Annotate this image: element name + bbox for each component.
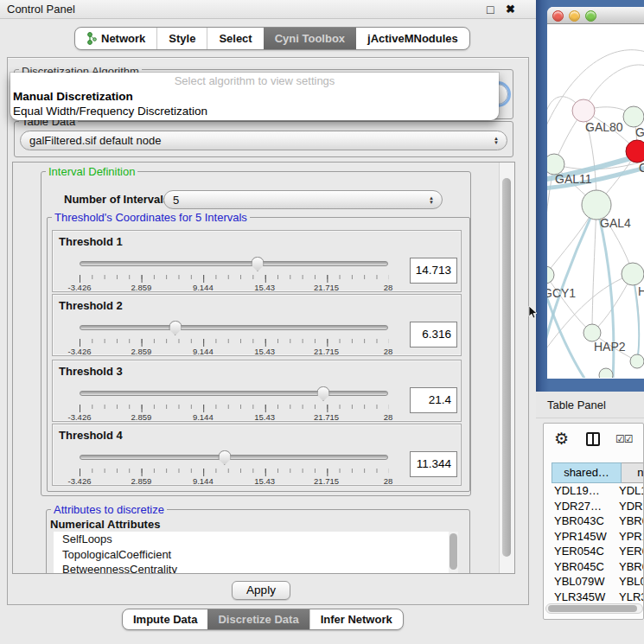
network-canvas[interactable]: GAL80GACGAL11GAL4GCY1HHAP2 — [547, 24, 644, 378]
close-traffic-light-icon[interactable] — [552, 10, 564, 22]
threshold-3-label: Threshold 3 — [59, 365, 123, 378]
table-row[interactable]: YBL079WYBL0 — [552, 574, 644, 590]
table-row[interactable]: YDL19…YDL1 — [552, 483, 644, 499]
threshold-2-panel: Threshold 2 -3.4262.8599.14415.4321.7152… — [52, 294, 462, 356]
tick-label: 21.715 — [314, 347, 339, 356]
cell-name: YPR1 — [619, 529, 644, 545]
tick-label: 15.43 — [254, 412, 275, 422]
slider-handle[interactable] — [218, 450, 231, 465]
table-data-combobox[interactable]: galFiltered.sif default node ▲▼ — [20, 131, 507, 150]
checkboxes-icon[interactable]: ☑☑ — [615, 433, 633, 445]
attributes-group-title: Attributes to discretize — [51, 503, 167, 516]
tick-label: 9.144 — [193, 283, 214, 292]
tick-label: 28 — [384, 283, 393, 292]
attribute-item[interactable]: TopologicalCoefficient — [54, 547, 449, 563]
cell-name: YBR0 — [619, 559, 644, 575]
number-of-intervals-combobox[interactable]: 5 ▲▼ — [163, 190, 443, 209]
apply-button[interactable]: Apply — [232, 581, 290, 600]
attributes-listbox: SelfLoopsTopologicalCoefficientBetweenne… — [54, 532, 458, 574]
table-panel-box: ⚙ ☑☑ shared… name YDL19…YDL1YDR27…YDR2YB… — [543, 423, 644, 620]
network-node[interactable] — [583, 324, 601, 341]
network-edge[interactable] — [592, 205, 596, 333]
tab-jactivemnodules[interactable]: jActiveMNodules — [356, 28, 469, 49]
minimize-traffic-light-icon[interactable] — [569, 10, 580, 22]
tick-label: 15.43 — [254, 476, 275, 486]
network-node[interactable] — [572, 99, 595, 122]
algorithm-dropdown-popup: Select algorithm to view settings Manual… — [10, 73, 499, 120]
network-node[interactable] — [582, 190, 611, 220]
settings-vertical-scrollbar[interactable] — [499, 163, 514, 573]
network-node[interactable] — [630, 354, 644, 368]
threshold-3-panel: Threshold 3 -3.4262.8599.14415.4321.7152… — [52, 360, 462, 422]
tab-discretize-data[interactable]: Discretize Data — [207, 609, 309, 629]
cell-shared-name: YDL19… — [552, 483, 619, 499]
slider-handle[interactable] — [169, 321, 182, 335]
table-header-row: shared… name — [552, 462, 644, 483]
cell-name: YBR0 — [619, 513, 644, 529]
number-of-intervals-label: Number of Intervals — [64, 193, 169, 206]
table-row[interactable]: YLR345WYLR3 — [552, 590, 644, 604]
table-panel-title: Table Panel — [547, 392, 606, 418]
thresholds-group: Threshold's Coordinates for 5 Intervals … — [47, 217, 470, 492]
threshold-3-slider[interactable]: -3.4262.8599.14415.4321.71528 — [80, 386, 388, 419]
column-header-name[interactable]: name — [622, 462, 644, 483]
attributes-scrollbar[interactable] — [449, 532, 458, 574]
cell-shared-name: YBR043C — [552, 513, 619, 529]
threshold-4-value[interactable]: 11.344 — [410, 451, 457, 477]
attribute-item[interactable]: BetweennessCentrality — [54, 562, 449, 574]
menu-item-equal-width-frequency[interactable]: Equal Width/Frequency Discretization — [10, 104, 499, 118]
table-row[interactable]: YBR043CYBR0 — [552, 513, 644, 529]
slider-ticks — [80, 469, 389, 476]
menu-item-manual-discretization[interactable]: Manual Discretization — [10, 89, 499, 104]
slider-tick-labels: -3.4262.8599.14415.4321.71528 — [80, 476, 388, 485]
tab-cyni-toolbox[interactable]: Cyni Toolbox — [264, 28, 356, 49]
slider-track — [80, 455, 388, 460]
threshold-2-value[interactable]: 6.316 — [410, 322, 457, 348]
columns-icon[interactable] — [586, 432, 600, 446]
attribute-item[interactable]: SelfLoops — [54, 532, 449, 547]
zoom-traffic-light-icon[interactable] — [585, 10, 596, 22]
tick-label: 21.715 — [314, 412, 339, 422]
threshold-1-value[interactable]: 14.713 — [410, 258, 457, 284]
cell-shared-name: YDR27… — [552, 499, 619, 514]
table-row[interactable]: YBR045CYBR0 — [552, 559, 644, 575]
table-toolbar: ⚙ ☑☑ — [544, 424, 643, 458]
table-row[interactable]: YDR27…YDR2 — [552, 499, 644, 514]
tab-select[interactable]: Select — [207, 28, 263, 49]
tab-impute-data[interactable]: Impute Data — [123, 609, 207, 629]
cell-name: YLR3 — [619, 590, 644, 604]
table-row[interactable]: YER054CYER0 — [552, 544, 644, 559]
tick-label: 2.859 — [131, 347, 152, 356]
close-icon[interactable]: ✖ — [506, 0, 515, 19]
cell-shared-name: YER054C — [552, 544, 619, 559]
tick-label: 9.144 — [193, 476, 214, 486]
tab-infer-network[interactable]: Infer Network — [309, 609, 403, 629]
gear-icon[interactable]: ⚙ — [554, 429, 569, 449]
spinner-arrows-icon: ▲▼ — [429, 191, 434, 209]
bottom-tabbar: Impute Data Discretize Data Infer Networ… — [122, 609, 404, 630]
column-header-shared[interactable]: shared… — [552, 462, 622, 483]
table-data-group: Table Data galFiltered.sif default node … — [14, 121, 513, 157]
network-window-titlebar[interactable] — [547, 7, 644, 24]
threshold-2-slider[interactable]: -3.4262.8599.14415.4321.71528 — [80, 321, 388, 354]
tab-network[interactable]: Network — [75, 28, 156, 49]
network-node[interactable] — [623, 106, 644, 127]
slider-handle[interactable] — [251, 257, 264, 271]
tick-label: 9.144 — [193, 412, 214, 422]
algorithm-placeholder: Select algorithm to view settings — [10, 73, 499, 89]
threshold-1-slider[interactable]: -3.4262.8599.14415.4321.71528 — [80, 257, 388, 290]
float-window-icon[interactable]: □ — [487, 0, 494, 19]
table-row[interactable]: YPR145WYPR1 — [552, 529, 644, 545]
slider-handle[interactable] — [317, 386, 330, 401]
threshold-4-slider[interactable]: -3.4262.8599.14415.4321.71528 — [80, 450, 388, 483]
network-node[interactable] — [599, 368, 613, 378]
network-node[interactable] — [622, 263, 644, 285]
network-node-label: GA — [635, 125, 644, 139]
threshold-3-value[interactable]: 21.4 — [410, 387, 457, 413]
network-node[interactable] — [626, 140, 644, 163]
cell-shared-name: YPR145W — [552, 529, 619, 545]
table-horizontal-scrollbar[interactable] — [545, 603, 643, 614]
network-node[interactable] — [547, 266, 554, 284]
tab-style[interactable]: Style — [156, 28, 207, 49]
tick-label: 2.859 — [131, 412, 152, 422]
